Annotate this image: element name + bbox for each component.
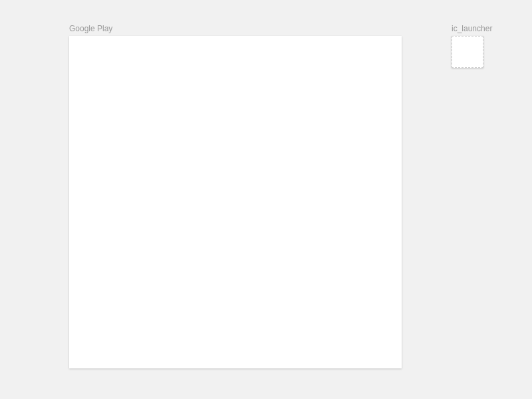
ic-launcher-panel: ic_launcher xyxy=(452,24,492,68)
ic-launcher-label: ic_launcher xyxy=(452,24,492,33)
google-play-label: Google Play xyxy=(69,24,402,33)
ic-launcher-canvas[interactable] xyxy=(452,36,483,68)
asset-preview-container: Google Play ic_launcher xyxy=(69,24,492,368)
google-play-panel: Google Play xyxy=(69,24,402,368)
google-play-canvas[interactable] xyxy=(69,36,402,368)
